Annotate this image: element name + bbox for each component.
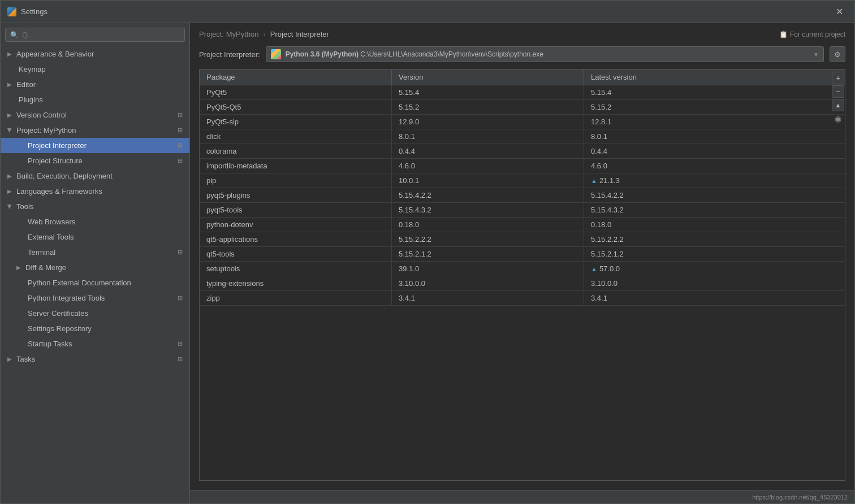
sidebar-item-label: Keymap — [19, 65, 46, 73]
latest-version-cell: 5.15.4.2.2 — [584, 188, 845, 202]
settings-window: Settings ✕ 🔍 ▶Appearance & BehaviorKeyma… — [0, 0, 855, 504]
table-row[interactable]: PyQt5-Qt5 5.15.2 5.15.2 — [200, 100, 845, 115]
table-row[interactable]: zipp 3.4.1 3.4.1 — [200, 291, 845, 306]
table-row[interactable]: pip 10.0.1 ▲21.1.3 — [200, 173, 845, 188]
package-name-cell: zipp — [200, 291, 392, 305]
package-name-cell: python-dotenv — [200, 218, 392, 232]
table-row[interactable]: PyQt5-sip 12.9.0 12.8.1 — [200, 115, 845, 129]
table-row[interactable]: qt5-applications 5.15.2.2.2 5.15.2.2.2 — [200, 232, 845, 247]
for-current-project: 📋 For current project — [779, 31, 845, 38]
package-name-cell: typing-extensions — [200, 276, 392, 290]
table-row[interactable]: pyqt5-tools 5.15.4.3.2 5.15.4.3.2 — [200, 203, 845, 218]
close-button[interactable]: ✕ — [831, 4, 848, 19]
version-cell: 3.10.0.0 — [392, 276, 584, 290]
package-name-cell: pyqt5-plugins — [200, 188, 392, 202]
status-bar: https://blog.csdn.net/qq_45323012 — [190, 490, 854, 503]
version-cell: 0.4.4 — [392, 144, 584, 158]
package-table-wrapper: + − ▲ ◉ Package Version Latest version P… — [199, 69, 845, 481]
sidebar-item-server-certs[interactable]: Server Certificates — [1, 306, 189, 321]
latest-version-cell: 0.18.0 — [584, 218, 845, 232]
repo-icon: ⊞ — [178, 142, 183, 149]
sidebar-item-label: Appearance & Behavior — [16, 50, 94, 58]
expand-arrow: ▶ — [7, 173, 12, 179]
sidebar-item-label: Startup Tasks — [28, 340, 72, 348]
version-cell: 8.0.1 — [392, 129, 584, 144]
latest-version-cell: 3.10.0.0 — [584, 276, 845, 290]
sidebar-item-label: Build, Execution, Deployment — [16, 172, 113, 180]
remove-package-button[interactable]: − — [832, 85, 844, 98]
sidebar-item-project-interpreter[interactable]: Project Interpreter⊞ — [1, 138, 189, 153]
sidebar-item-python-integrated[interactable]: Python Integrated Tools⊞ — [1, 290, 189, 306]
title-bar: Settings ✕ — [1, 1, 854, 23]
sidebar-item-appearance[interactable]: ▶Appearance & Behavior — [1, 46, 189, 62]
upgrade-arrow-icon: ▲ — [591, 266, 597, 272]
sidebar-item-project-structure[interactable]: Project Structure⊞ — [1, 153, 189, 168]
latest-version-cell: 5.15.2.1.2 — [584, 247, 845, 261]
upgrade-package-button[interactable]: ▲ — [832, 99, 844, 111]
sidebar-item-project-mypython[interactable]: ▶Project: MyPython⊞ — [1, 123, 189, 138]
search-box[interactable]: 🔍 — [5, 28, 185, 42]
sidebar-item-label: Server Certificates — [28, 309, 88, 318]
sidebar-item-label: Languages & Frameworks — [16, 187, 102, 195]
sidebar-item-terminal[interactable]: Terminal⊞ — [1, 245, 189, 260]
table-row[interactable]: pyqt5-plugins 5.15.4.2.2 5.15.4.2.2 — [200, 188, 845, 203]
breadcrumb-current: Project Interpreter — [270, 30, 329, 38]
sidebar-item-label: Version Control — [16, 111, 67, 119]
package-name-cell: qt5-tools — [200, 247, 392, 261]
repo-icon: ⊞ — [178, 294, 183, 302]
version-cell: 10.0.1 — [392, 173, 584, 188]
add-package-button[interactable]: + — [832, 72, 844, 84]
sidebar-item-keymap[interactable]: Keymap — [1, 62, 189, 77]
table-row[interactable]: setuptools 39.1.0 ▲57.0.0 — [200, 262, 845, 276]
latest-version-cell: 5.15.4.3.2 — [584, 203, 845, 217]
sidebar-item-tools[interactable]: ▶Tools — [1, 199, 189, 214]
latest-version-cell: 5.15.2 — [584, 100, 845, 114]
main-panel: Project: MyPython › Project Interpreter … — [190, 23, 854, 503]
sidebar-item-languages[interactable]: ▶Languages & Frameworks — [1, 184, 189, 199]
sidebar-item-label: Python External Documentation — [28, 279, 131, 287]
bookmark-icon: 📋 — [779, 31, 788, 38]
table-row[interactable]: qt5-tools 5.15.2.1.2 5.15.2.1.2 — [200, 247, 845, 262]
package-name-cell: PyQt5-Qt5 — [200, 100, 392, 114]
show-early-access-button[interactable]: ◉ — [832, 112, 844, 125]
table-row[interactable]: importlib-metadata 4.6.0 4.6.0 — [200, 159, 845, 173]
sidebar-item-web-browsers[interactable]: Web Browsers — [1, 214, 189, 229]
latest-version-cell: 4.6.0 — [584, 159, 845, 173]
sidebar-item-external-tools[interactable]: External Tools — [1, 229, 189, 245]
upgrade-arrow-icon: ▲ — [591, 177, 597, 184]
repo-icon: ⊞ — [178, 340, 183, 347]
gear-button[interactable]: ⚙ — [830, 46, 845, 62]
sidebar-item-startup-tasks[interactable]: Startup Tasks⊞ — [1, 336, 189, 351]
latest-version-cell: 12.8.1 — [584, 115, 845, 129]
latest-version-cell: ▲21.1.3 — [584, 173, 845, 188]
table-row[interactable]: colorama 0.4.4 0.4.4 — [200, 144, 845, 159]
sidebar-item-label: Editor — [16, 80, 36, 89]
search-icon: 🔍 — [10, 31, 19, 39]
table-row[interactable]: click 8.0.1 8.0.1 — [200, 129, 845, 144]
sidebar-item-tasks[interactable]: ▶Tasks⊞ — [1, 351, 189, 367]
interpreter-dropdown[interactable]: Python 3.6 (MyPython) C:\Users\LHL\Anaco… — [266, 46, 824, 62]
search-input[interactable] — [22, 31, 180, 39]
header-latest: Latest version — [584, 69, 845, 85]
expand-arrow: ▶ — [7, 205, 13, 209]
expand-arrow: ▶ — [7, 356, 12, 362]
sidebar-item-plugins[interactable]: Plugins — [1, 92, 189, 107]
header-package: Package — [200, 69, 392, 85]
sidebar-item-python-ext-doc[interactable]: Python External Documentation — [1, 275, 189, 290]
version-cell: 5.15.4.3.2 — [392, 203, 584, 217]
table-body: PyQt5 5.15.4 5.15.4 PyQt5-Qt5 5.15.2 5.1… — [200, 85, 845, 480]
sidebar-item-diff-merge[interactable]: ▶Diff & Merge — [1, 260, 189, 275]
table-row[interactable]: typing-extensions 3.10.0.0 3.10.0.0 — [200, 276, 845, 291]
sidebar-item-settings-repo[interactable]: Settings Repository — [1, 321, 189, 336]
package-name-cell: importlib-metadata — [200, 159, 392, 173]
sidebar-item-build-execution[interactable]: ▶Build, Execution, Deployment — [1, 168, 189, 184]
table-row[interactable]: python-dotenv 0.18.0 0.18.0 — [200, 218, 845, 232]
expand-arrow: ▶ — [7, 188, 12, 194]
latest-version-cell: 3.4.1 — [584, 291, 845, 305]
interpreter-value: Python 3.6 (MyPython) C:\Users\LHL\Anaco… — [286, 50, 809, 58]
table-row[interactable]: PyQt5 5.15.4 5.15.4 — [200, 85, 845, 100]
sidebar-item-version-control[interactable]: ▶Version Control⊞ — [1, 107, 189, 123]
repo-icon: ⊞ — [178, 355, 183, 363]
sidebar-item-editor[interactable]: ▶Editor — [1, 77, 189, 92]
version-cell: 12.9.0 — [392, 115, 584, 129]
